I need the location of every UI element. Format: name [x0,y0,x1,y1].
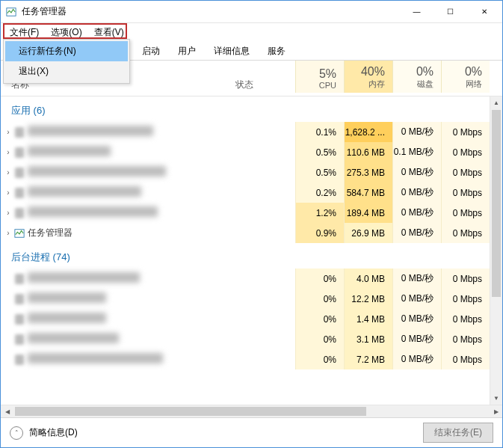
expander-icon[interactable]: › [1,209,13,217]
menu-run-new-task[interactable]: 运行新任务(N) [5,41,128,61]
process-row[interactable]: ›0.2%584.7 MB0 MB/秒0 Mbps [1,182,502,203]
app-icon [5,6,17,18]
disk-cell: 0.1 MB/秒 [392,142,441,162]
disk-cell: 0 MB/秒 [392,162,441,182]
disk-label: 磁盘 [393,79,433,90]
process-row[interactable]: ›任务管理器0.9%26.9 MB0 MB/秒0 Mbps [1,223,502,243]
process-name [26,292,235,305]
network-cell: 0 Mbps [441,142,490,162]
process-name [26,272,235,285]
process-icon [13,274,26,284]
network-cell: 0 Mbps [441,162,490,182]
process-row[interactable]: ›0.5%275.3 MB0 MB/秒0 Mbps [1,162,502,182]
process-icon [13,147,26,158]
hscroll-track[interactable] [13,405,490,417]
titlebar: 任务管理器 — ☐ ✕ [1,1,502,23]
process-name: 任务管理器 [26,227,235,239]
disk-cell: 0 MB/秒 [392,203,441,223]
minimize-button[interactable]: — [400,1,433,22]
disk-cell: 0 MB/秒 [392,329,441,349]
memory-cell: 110.6 MB [344,142,392,162]
tab-users[interactable]: 用户 [170,41,204,60]
col-header-network[interactable]: 0% 网络 [441,61,490,93]
network-cell: 0 Mbps [441,223,490,243]
process-icon [13,355,26,365]
process-name [26,353,235,366]
group-apps[interactable]: 应用 (6) [1,96,502,122]
process-row[interactable]: 0%4.0 MB0 MB/秒0 Mbps [1,269,502,289]
memory-cell: 1,628.2 ... [344,122,392,142]
vertical-scrollbar[interactable]: ▲ ▼ [490,96,502,405]
expander-icon[interactable]: › [1,188,13,197]
mem-label: 内存 [345,79,385,90]
disk-cell: 0 MB/秒 [392,309,441,329]
network-cell: 0 Mbps [441,269,490,289]
network-cell: 0 Mbps [441,122,490,142]
horizontal-scrollbar[interactable]: ◀ ▶ [1,405,502,417]
process-name [26,126,235,138]
expander-icon[interactable]: › [1,128,13,136]
end-task-button[interactable]: 结束任务(E) [423,423,493,443]
window-title: 任务管理器 [22,5,400,18]
disk-cell: 0 MB/秒 [392,269,441,289]
scroll-down-button[interactable]: ▼ [490,392,502,405]
group-background[interactable]: 后台进程 (74) [1,243,502,269]
col-header-disk[interactable]: 0% 磁盘 [392,61,441,93]
menu-exit[interactable]: 退出(X) [5,61,128,82]
memory-cell: 275.3 MB [344,162,392,182]
disk-cell: 0 MB/秒 [392,289,441,309]
tab-startup[interactable]: 启动 [134,41,168,60]
cpu-label: CPU [296,81,336,90]
cpu-cell: 0% [295,309,344,329]
scroll-up-button[interactable]: ▲ [490,96,502,109]
col-header-cpu[interactable]: 5% CPU [295,61,344,93]
process-row[interactable]: 0%3.1 MB0 MB/秒0 Mbps [1,329,502,349]
process-icon [13,294,26,304]
content-area: 名称 状态 5% CPU 40% 内存 0% 磁盘 0% 网络 应用 (6) ›… [1,61,502,417]
net-usage-pct: 0% [442,65,482,79]
maximize-button[interactable]: ☐ [433,1,467,22]
hscroll-left-button[interactable]: ◀ [1,408,13,415]
process-icon [13,168,26,178]
hscroll-thumb[interactable] [15,407,366,416]
process-row[interactable]: 0%1.4 MB0 MB/秒0 Mbps [1,309,502,329]
network-cell: 0 Mbps [441,349,490,369]
col-header-memory[interactable]: 40% 内存 [344,61,392,93]
disk-cell: 0 MB/秒 [392,223,441,243]
process-icon [13,314,26,325]
process-name [26,313,235,325]
expander-icon[interactable]: › [1,229,13,237]
fewer-details-link[interactable]: 简略信息(D) [29,426,78,439]
chevron-up-icon[interactable]: ˄ [10,426,23,440]
process-name [26,186,235,199]
process-icon [13,208,26,218]
cpu-cell: 0% [295,289,344,309]
scroll-thumb[interactable] [492,110,501,297]
hscroll-right-button[interactable]: ▶ [490,408,502,415]
process-icon [13,127,26,138]
col-header-status[interactable]: 状态 [235,79,295,93]
process-row[interactable]: ›0.5%110.6 MB0.1 MB/秒0 Mbps [1,142,502,162]
memory-cell: 1.4 MB [344,309,392,329]
disk-cell: 0 MB/秒 [392,122,441,142]
process-row[interactable]: ›1.2%189.4 MB0 MB/秒0 Mbps [1,203,502,223]
disk-cell: 0 MB/秒 [392,182,441,203]
tab-details[interactable]: 详细信息 [206,41,258,60]
process-row[interactable]: 0%12.2 MB0 MB/秒0 Mbps [1,289,502,309]
memory-cell: 26.9 MB [344,223,392,243]
close-button[interactable]: ✕ [467,1,501,22]
cpu-cell: 0% [295,269,344,289]
network-cell: 0 Mbps [441,182,490,203]
cpu-cell: 0.5% [295,162,344,182]
expander-icon[interactable]: › [1,148,13,156]
process-name [26,206,235,219]
expander-icon[interactable]: › [1,168,13,177]
cpu-cell: 0.9% [295,223,344,243]
tab-services[interactable]: 服务 [259,41,294,60]
net-label: 网络 [442,79,482,90]
process-row[interactable]: 0%7.2 MB0 MB/秒0 Mbps [1,349,502,369]
cpu-cell: 1.2% [295,203,344,223]
process-row[interactable]: ›0.1%1,628.2 ...0 MB/秒0 Mbps [1,122,502,142]
disk-cell: 0 MB/秒 [392,349,441,369]
network-cell: 0 Mbps [441,203,490,223]
